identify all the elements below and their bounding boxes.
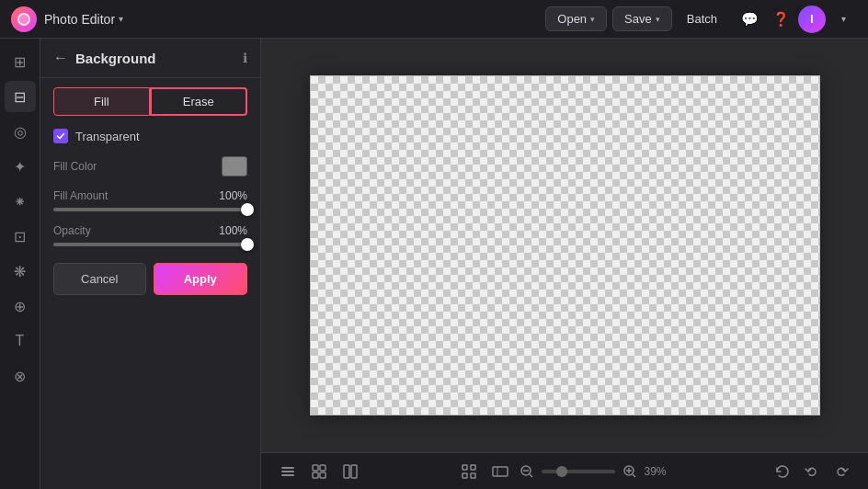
- svg-rect-11: [463, 473, 467, 478]
- undo-button[interactable]: [800, 460, 824, 483]
- transparent-label: Transparent: [75, 130, 140, 143]
- zoom-percentage: 39%: [645, 465, 677, 478]
- transform-button[interactable]: [307, 460, 331, 483]
- batch-button[interactable]: Batch: [678, 7, 726, 30]
- canvas-viewport[interactable]: [261, 39, 868, 452]
- tab-fill[interactable]: Fill: [53, 87, 150, 116]
- sidebar-adjust-icon[interactable]: ⊟: [5, 81, 36, 112]
- transparent-checkbox[interactable]: [53, 129, 68, 143]
- action-buttons: Cancel Apply: [53, 263, 247, 295]
- icon-sidebar: ⊞ ⊟ ◎ ✦ ⁕ ⊡ ❋ ⊕ T ⊗: [0, 39, 40, 489]
- cancel-button[interactable]: Cancel: [53, 263, 146, 295]
- zoom-track[interactable]: [542, 470, 615, 473]
- tab-erase[interactable]: Erase: [150, 87, 248, 116]
- opacity-track[interactable]: [53, 243, 247, 246]
- zoom-out-button[interactable]: [520, 464, 534, 479]
- panel-content: Transparent Fill Color Fill Amount 100%: [40, 116, 260, 489]
- opacity-fill: [53, 243, 247, 246]
- fill-color-swatch[interactable]: [222, 156, 247, 176]
- redo-button[interactable]: [829, 460, 853, 483]
- svg-rect-10: [471, 465, 475, 470]
- account-chevron-button[interactable]: ▾: [829, 6, 857, 33]
- zoom-controls: 39%: [457, 460, 677, 483]
- svg-rect-3: [313, 465, 318, 471]
- app-name-button[interactable]: Photo Editor ▾: [44, 12, 123, 27]
- canvas-area: 39%: [261, 39, 868, 489]
- aspect-button[interactable]: [488, 460, 512, 483]
- svg-rect-2: [281, 467, 294, 469]
- save-button[interactable]: Save ▾: [612, 6, 672, 31]
- opacity-thumb[interactable]: [241, 238, 254, 251]
- fit-screen-button[interactable]: [457, 460, 481, 483]
- bottom-left-tools: [276, 460, 362, 483]
- sidebar-stamp-icon[interactable]: ⊗: [5, 360, 36, 392]
- open-button[interactable]: Open ▾: [545, 6, 607, 31]
- fill-color-label: Fill Color: [53, 160, 97, 173]
- logo: [11, 6, 37, 32]
- header-icons: 💬 ❓ I ▾: [736, 6, 857, 33]
- header: Photo Editor ▾ Open ▾ Save ▾ Batch 💬 ❓ I…: [0, 0, 868, 39]
- fill-amount-track[interactable]: [53, 208, 247, 211]
- canvas-surface: [310, 75, 820, 415]
- panel-info-button[interactable]: ℹ: [243, 51, 247, 65]
- chat-icon-button[interactable]: 💬: [736, 6, 763, 33]
- sidebar-text-icon[interactable]: T: [5, 325, 36, 357]
- fill-amount-label: Fill Amount: [53, 189, 108, 202]
- bottom-bar: 39%: [261, 452, 868, 489]
- fill-amount-fill: [53, 208, 247, 211]
- grid-button[interactable]: [338, 460, 362, 483]
- bottom-right-tools: [771, 460, 853, 483]
- opacity-label: Opacity: [53, 224, 91, 237]
- main-area: ⊞ ⊟ ◎ ✦ ⁕ ⊡ ❋ ⊕ T ⊗ ← Background ℹ Fill …: [0, 39, 868, 489]
- svg-rect-4: [320, 465, 326, 471]
- panel-back-button[interactable]: ←: [53, 50, 68, 66]
- layers-toggle-button[interactable]: [276, 460, 300, 483]
- svg-line-21: [633, 474, 635, 477]
- svg-rect-7: [344, 465, 349, 478]
- fill-amount-thumb[interactable]: [241, 203, 254, 216]
- sidebar-effects-icon[interactable]: ⁕: [5, 186, 36, 217]
- svg-rect-9: [463, 465, 467, 470]
- sidebar-brush-icon[interactable]: ✦: [5, 151, 36, 182]
- reset-view-button[interactable]: [771, 460, 794, 483]
- help-icon-button[interactable]: ❓: [767, 6, 794, 33]
- zoom-in-button[interactable]: [622, 464, 637, 479]
- sidebar-layers-icon[interactable]: ⊡: [5, 221, 36, 252]
- apply-button[interactable]: Apply: [154, 263, 248, 295]
- avatar-button[interactable]: I: [798, 6, 826, 33]
- app-name-label: Photo Editor: [44, 12, 115, 27]
- fill-color-row: Fill Color: [53, 156, 247, 176]
- sidebar-elements-icon[interactable]: ❋: [5, 256, 36, 287]
- sidebar-crop-icon[interactable]: ⊞: [5, 46, 36, 77]
- svg-rect-1: [281, 471, 294, 472]
- opacity-value: 100%: [219, 224, 247, 237]
- panel-title: Background: [75, 51, 235, 66]
- panel-tabs: Fill Erase: [40, 78, 260, 116]
- svg-rect-5: [313, 472, 318, 478]
- sidebar-filter-icon[interactable]: ◎: [5, 116, 36, 147]
- svg-rect-0: [281, 474, 294, 476]
- zoom-thumb[interactable]: [556, 466, 567, 477]
- svg-rect-8: [351, 465, 357, 478]
- transparent-row: Transparent: [53, 129, 247, 143]
- svg-rect-13: [493, 467, 508, 476]
- svg-rect-6: [320, 472, 326, 478]
- fill-amount-value: 100%: [219, 189, 247, 202]
- app-chevron-icon: ▾: [119, 14, 123, 24]
- panel-header: ← Background ℹ: [40, 39, 260, 78]
- svg-line-17: [530, 474, 532, 477]
- background-panel: ← Background ℹ Fill Erase: [40, 39, 261, 489]
- header-actions: Open ▾ Save ▾ Batch: [545, 6, 726, 31]
- opacity-slider-row: Opacity 100%: [53, 224, 247, 246]
- fill-amount-slider-row: Fill Amount 100%: [53, 189, 247, 211]
- sidebar-objects-icon[interactable]: ⊕: [5, 290, 36, 322]
- svg-rect-12: [471, 473, 475, 478]
